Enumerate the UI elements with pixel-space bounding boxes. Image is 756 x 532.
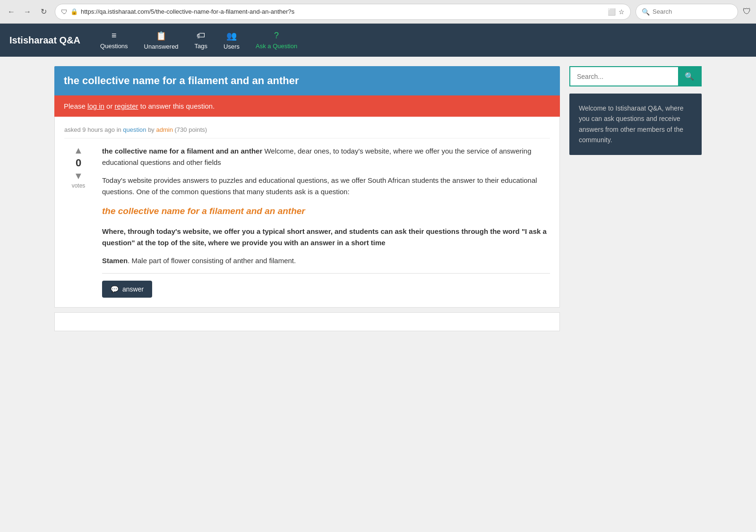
answer-divider [102,273,550,274]
comment-icon: 💬 [111,285,119,293]
question-title: the collective name for a filament and a… [64,75,299,86]
sidebar-search-box[interactable]: 🔍 [569,66,702,86]
answer-button[interactable]: 💬 answer [102,281,152,298]
url-input[interactable] [81,8,605,15]
nav-users[interactable]: 👥 Users [218,27,245,54]
star-icon: ☆ [619,8,625,16]
content-area: the collective name for a filament and a… [54,66,560,331]
vote-section: ▲ 0 ▼ votes [64,146,93,298]
search-icon: 🔍 [642,8,650,16]
nav-users-label: Users [223,43,240,50]
ask-question-icon: ? [274,31,279,41]
site-nav: ≡ Questions 📋 Unanswered 🏷 Tags 👥 Users … [94,27,303,54]
question-heading: the collective name for a filament and a… [102,204,550,218]
site-header: Istisharaat Q&A ≡ Questions 📋 Unanswered… [0,24,756,57]
nav-unanswered-label: Unanswered [144,43,179,50]
login-notice: Please log in or register to answer this… [54,95,560,117]
nav-tags-label: Tags [195,43,207,50]
login-link[interactable]: log in [87,102,104,110]
browser-nav-buttons: ← → ↻ [5,5,50,18]
unanswered-icon: 📋 [156,31,166,41]
question-title-bar: the collective name for a filament and a… [54,66,560,95]
nav-tags[interactable]: 🏷 Tags [189,27,213,53]
stamen-text: . Male part of flower consisting of anth… [128,257,296,265]
browser-search-box[interactable]: 🔍 [636,4,738,20]
vote-down-button[interactable]: ▼ [74,171,83,180]
vote-up-button[interactable]: ▲ [74,146,83,155]
question-meta-row: ▲ 0 ▼ votes the collective name for a fi… [64,146,550,298]
tags-icon: 🏷 [197,31,205,41]
question-meta: asked 9 hours ago in question by admin (… [64,126,550,138]
category-link[interactable]: question [123,126,146,133]
back-button[interactable]: ← [5,5,18,18]
extension-icon: 🛡 [743,7,751,17]
lock-icon: 🔒 [70,8,78,15]
browser-search-input[interactable] [653,8,732,15]
welcome-box: Welcome to Istisharaat Q&A, where you ca… [569,94,702,155]
asked-label: asked [64,126,81,133]
question-card: asked 9 hours ago in question by admin (… [54,117,560,308]
address-bar[interactable]: 🛡 🔒 ⬜ ☆ [55,4,631,20]
shield-icon: 🛡 [61,8,68,16]
nav-questions-label: Questions [100,43,128,50]
sidebar-search-input[interactable] [570,67,678,86]
vote-count: 0 [76,157,81,169]
sidebar-search-icon: 🔍 [685,72,694,81]
questions-icon: ≡ [112,31,117,41]
refresh-button[interactable]: ↻ [37,5,50,18]
sidebar-search-button[interactable]: 🔍 [678,67,701,86]
question-text-content: the collective name for a filament and a… [102,146,550,266]
body-paragraph: Today's website provides answers to puzz… [102,175,550,197]
stamen-paragraph: Stamen. Male part of flower consisting o… [102,255,550,266]
answer-btn-label: answer [122,285,144,293]
sidebar: 🔍 Welcome to Istisharaat Q&A, where you … [569,66,702,331]
register-link[interactable]: register [115,102,138,110]
site-logo: Istisharaat Q&A [9,35,80,46]
vote-label: votes [72,182,86,189]
nav-ask-label: Ask a Question [256,43,297,50]
browser-chrome: ← → ↻ 🛡 🔒 ⬜ ☆ 🔍 🛡 [0,0,756,24]
welcome-text: Welcome to Istisharaat Q&A, where you ca… [579,104,684,144]
bookmark-icon: ⬜ [608,8,616,16]
nav-unanswered[interactable]: 📋 Unanswered [138,27,184,54]
main-layout: the collective name for a filament and a… [47,57,709,341]
forward-button[interactable]: → [21,5,34,18]
question-body: the collective name for a filament and a… [102,146,550,298]
nav-questions[interactable]: ≡ Questions [94,27,134,53]
partial-question-card [54,312,560,331]
stamen-label: Stamen [102,257,128,265]
user-link[interactable]: admin [156,126,172,133]
nav-ask-question[interactable]: ? Ask a Question [250,27,303,53]
intro-paragraph: the collective name for a filament and a… [102,146,550,168]
bold-paragraph: Where, through today's website, we offer… [102,226,550,249]
user-points: (730 points) [175,126,207,133]
users-icon: 👥 [226,31,237,41]
